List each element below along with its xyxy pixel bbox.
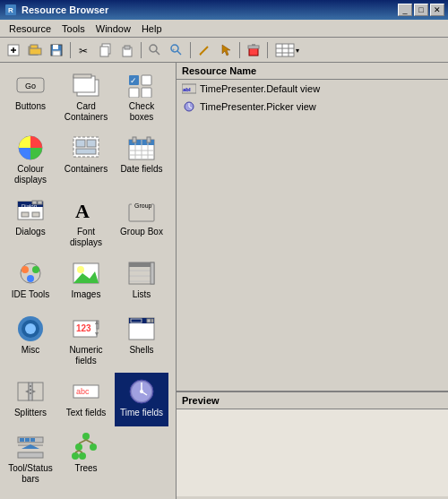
svg-text:Go: Go — [25, 82, 36, 90]
svg-point-108 — [140, 390, 143, 393]
resource-name-panel: Resource Name abl TimePresenter.Default … — [177, 63, 448, 391]
resource-item-font-displays[interactable]: A Font displays — [59, 192, 113, 253]
resource-item-text-fields[interactable]: abc Text fields — [59, 373, 113, 426]
toolbar-grid[interactable]: ▾ — [271, 40, 304, 60]
toolbar-search2[interactable]: + — [167, 40, 186, 60]
resource-item-lists[interactable]: Lists — [115, 254, 168, 308]
resource-list-item-name-0: TimePresenter.Default view — [200, 83, 320, 94]
resource-item-trees[interactable]: Trees — [59, 428, 113, 489]
resource-item-dialogs[interactable]: Dialog Dialogs — [4, 192, 57, 253]
dialogs-label: Dialogs — [15, 227, 45, 237]
ide-tools-label: IDE Tools — [12, 289, 50, 300]
date-fields-label: Date fields — [120, 164, 162, 175]
resource-item-icon-0: abl — [182, 82, 196, 96]
menu-help[interactable]: Help — [136, 22, 168, 36]
resource-item-colour-displays[interactable]: Colour displays — [4, 129, 57, 190]
misc-icon — [16, 314, 45, 343]
resource-item-images[interactable]: Images — [59, 254, 113, 308]
svg-point-71 — [27, 275, 34, 282]
resource-item-ide-tools[interactable]: IDE Tools — [4, 254, 57, 308]
resource-item-splitters[interactable]: Splitters — [4, 373, 57, 426]
check-boxes-icon: ✓ — [127, 71, 156, 99]
svg-rect-60 — [32, 201, 37, 204]
svg-rect-46 — [87, 140, 96, 147]
menu-bar: Resource Tools Window Help — [0, 20, 448, 38]
buttons-icon: Go — [16, 71, 45, 99]
svg-line-121 — [79, 440, 86, 443]
resource-item-icon-1 — [182, 99, 196, 114]
svg-rect-15 — [125, 46, 130, 49]
svg-point-69 — [22, 266, 29, 273]
menu-resource[interactable]: Resource — [4, 22, 56, 36]
resource-item-containers[interactable]: Containers — [59, 129, 113, 190]
svg-point-117 — [75, 443, 82, 451]
svg-point-119 — [72, 452, 79, 460]
resource-item-numeric-fields[interactable]: 123 Numeric fields — [59, 310, 113, 371]
svg-text:R: R — [8, 6, 13, 14]
svg-point-116 — [82, 433, 90, 440]
window-controls[interactable]: _ □ ✕ — [398, 4, 444, 16]
svg-rect-62 — [22, 212, 29, 217]
svg-rect-9 — [53, 45, 58, 49]
app-icon: R — [4, 3, 18, 17]
menu-tools[interactable]: Tools — [56, 22, 90, 36]
svg-rect-110 — [20, 438, 24, 442]
toolbar-new[interactable] — [4, 40, 23, 60]
resource-list-item-1[interactable]: TimePresenter.Picker view — [177, 98, 448, 116]
svg-rect-42 — [142, 88, 151, 98]
svg-line-122 — [86, 440, 93, 443]
resource-item-tool-status-bars[interactable]: Tool/Status bars — [4, 428, 57, 489]
toolbar-search[interactable] — [145, 40, 165, 60]
resource-item-check-boxes[interactable]: ✓ Check boxes — [115, 66, 168, 127]
toolbar-delete[interactable] — [244, 40, 263, 60]
resource-item-misc[interactable]: Misc — [4, 310, 57, 371]
menu-window[interactable]: Window — [90, 22, 136, 36]
svg-rect-80 — [151, 262, 154, 284]
toolbar-open[interactable] — [25, 40, 45, 60]
svg-text:Group: Group — [134, 202, 152, 210]
left-panel: Go Buttons Card Containers — [0, 63, 177, 499]
toolbar-copy[interactable] — [96, 40, 116, 60]
svg-rect-93 — [151, 319, 153, 323]
colour-displays-label: Colour displays — [6, 164, 55, 185]
card-containers-label: Card Containers — [62, 101, 110, 123]
maximize-button[interactable]: □ — [414, 4, 428, 16]
right-panel: Resource Name abl TimePresenter.Default … — [177, 63, 448, 499]
svg-line-19 — [177, 51, 181, 55]
toolbar-save[interactable] — [47, 40, 66, 60]
ide-tools-icon — [16, 259, 45, 288]
svg-rect-111 — [25, 438, 30, 442]
svg-line-123 — [75, 451, 79, 452]
svg-point-83 — [25, 323, 36, 334]
separator-2 — [141, 42, 142, 58]
toolbar-pencil[interactable] — [194, 40, 214, 60]
toolbar-paste[interactable] — [117, 40, 137, 60]
resource-item-card-containers[interactable]: Card Containers — [59, 66, 113, 127]
svg-rect-25 — [248, 46, 259, 48]
toolbar-pointer[interactable] — [216, 40, 236, 60]
resource-item-group-box[interactable]: Group Group Box — [115, 192, 168, 253]
toolbar-cut[interactable]: ✂ — [74, 40, 94, 60]
group-box-label: Group Box — [120, 227, 163, 237]
svg-point-70 — [32, 266, 39, 273]
trees-icon — [72, 433, 100, 461]
svg-rect-55 — [133, 137, 136, 142]
resource-item-time-fields[interactable]: Time fields — [115, 373, 168, 426]
svg-rect-13 — [100, 47, 108, 56]
resource-item-buttons[interactable]: Go Buttons — [4, 66, 57, 127]
title-bar: R Resource Browser _ □ ✕ — [0, 0, 448, 20]
svg-rect-92 — [147, 319, 151, 323]
resource-item-shells[interactable]: Shells — [115, 310, 168, 371]
resource-list-item-0[interactable]: abl TimePresenter.Default view — [177, 80, 448, 98]
minimize-button[interactable]: _ — [398, 4, 412, 16]
buttons-label: Buttons — [15, 101, 46, 112]
svg-rect-63 — [32, 212, 39, 217]
window-title: Resource Browser — [22, 4, 398, 15]
svg-rect-61 — [38, 201, 42, 204]
numeric-fields-label: Numeric fields — [62, 345, 110, 366]
svg-text:+: + — [172, 47, 176, 52]
resource-item-date-fields[interactable]: Date fields — [115, 129, 168, 190]
toolbar: ✂ + ▾ — [0, 38, 448, 63]
close-button[interactable]: ✕ — [430, 4, 444, 16]
svg-rect-37 — [73, 74, 91, 78]
